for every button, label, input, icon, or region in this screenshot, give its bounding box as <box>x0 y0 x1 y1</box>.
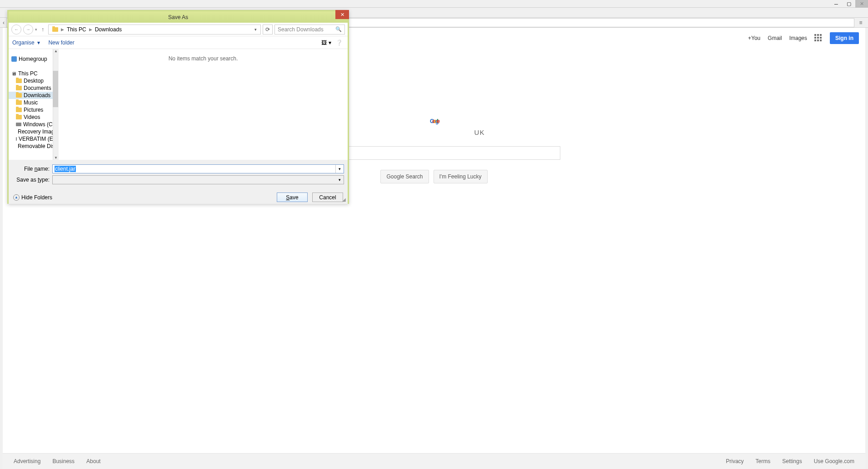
breadcrumb-root-icon[interactable] <box>50 27 60 32</box>
sign-in-button[interactable]: Sign in <box>830 32 859 44</box>
cancel-button[interactable]: Cancel <box>312 193 343 202</box>
folder-tree[interactable]: Homegroup This PC Desktop Documents Down… <box>9 49 59 160</box>
tree-documents[interactable]: Documents <box>9 84 58 92</box>
tree-downloads[interactable]: Downloads <box>9 92 58 99</box>
google-search-button[interactable]: Google Search <box>380 170 429 183</box>
up-button[interactable]: ↑ <box>39 26 46 33</box>
breadcrumb-dropdown-icon[interactable]: ▾ <box>253 27 259 32</box>
save-as-dialog: Save As ✕ ← → ▾ ↑ ▶ This PC ▶ Downloads … <box>7 10 349 204</box>
search-placeholder: Search Downloads <box>278 26 324 33</box>
new-folder-button[interactable]: New folder <box>48 39 74 46</box>
tree-desktop[interactable]: Desktop <box>9 77 58 84</box>
gmail-link[interactable]: Gmail <box>768 35 782 41</box>
filetype-dropdown-icon[interactable]: ▾ <box>335 176 344 184</box>
dialog-title-bar[interactable]: Save As ✕ <box>9 11 348 23</box>
dialog-button-bar: ▲ Hide Folders Save Cancel <box>9 189 348 204</box>
footer-terms[interactable]: Terms <box>756 458 771 464</box>
history-dropdown-icon[interactable]: ▾ <box>35 27 37 32</box>
forward-button[interactable]: → <box>23 25 33 35</box>
save-button[interactable]: Save <box>277 193 308 202</box>
hide-folders-toggle[interactable]: ▲ Hide Folders <box>13 194 52 201</box>
window-controls <box>830 0 868 8</box>
tree-thispc[interactable]: This PC <box>9 70 58 77</box>
filename-value: client.jar <box>55 166 76 172</box>
minimize-button[interactable] <box>830 0 843 8</box>
organise-menu[interactable]: Organise ▾ <box>12 39 40 46</box>
resize-grip-icon[interactable]: ◢ <box>342 197 347 202</box>
empty-message: No items match your search. <box>169 55 238 62</box>
footer-settings[interactable]: Settings <box>782 458 802 464</box>
refresh-button[interactable]: ⟳ <box>263 25 273 35</box>
apps-icon[interactable] <box>814 34 823 42</box>
dialog-close-button[interactable]: ✕ <box>335 10 349 19</box>
browser-menu-icon[interactable]: ≡ <box>856 18 865 27</box>
chevron-right-icon: ▶ <box>60 27 65 32</box>
help-icon[interactable]: ❔ <box>334 38 344 48</box>
tree-music[interactable]: Music <box>9 99 58 106</box>
back-button[interactable]: ← <box>11 25 21 35</box>
tree-homegroup[interactable]: Homegroup <box>9 55 58 63</box>
chevron-right-icon: ▶ <box>88 27 93 32</box>
search-field[interactable]: Search Downloads 🔍 <box>274 25 345 35</box>
maximize-button[interactable] <box>843 0 855 8</box>
file-list-area[interactable]: No items match your search. <box>59 49 348 160</box>
images-link[interactable]: Images <box>789 35 807 41</box>
you-link[interactable]: +You <box>748 35 760 41</box>
tree-windows-c[interactable]: Windows (C:) <box>9 121 58 128</box>
breadcrumb-bar[interactable]: ▶ This PC ▶ Downloads ▾ <box>48 25 261 35</box>
filetype-label: Save as type: <box>12 177 52 183</box>
tree-videos[interactable]: Videos <box>9 114 58 121</box>
breadcrumb-downloads[interactable]: Downloads <box>93 26 124 33</box>
footer-privacy[interactable]: Privacy <box>726 458 743 464</box>
feeling-lucky-button[interactable]: I'm Feeling Lucky <box>434 170 488 183</box>
dialog-title: Save As <box>168 14 188 20</box>
footer-advertising[interactable]: Advertising <box>14 458 40 464</box>
tree-pictures[interactable]: Pictures <box>9 106 58 114</box>
tree-verbatim[interactable]: VERBATIM (E:) <box>9 135 58 143</box>
google-locale: UK <box>474 128 485 136</box>
google-search-buttons: Google Search I'm Feeling Lucky <box>380 170 487 183</box>
filename-dropdown-icon[interactable]: ▾ <box>335 165 344 173</box>
filetype-select[interactable]: ▾ <box>52 175 344 184</box>
footer-about[interactable]: About <box>86 458 100 464</box>
google-header: +You Gmail Images Sign in <box>748 28 859 49</box>
os-titlebar <box>0 0 868 8</box>
google-logo: Google <box>430 93 438 130</box>
search-icon: 🔍 <box>335 26 342 32</box>
dialog-nav-bar: ← → ▾ ↑ ▶ This PC ▶ Downloads ▾ ⟳ Search… <box>9 23 348 36</box>
collapse-icon: ▲ <box>13 194 20 201</box>
filename-input[interactable]: client.jar ▾ <box>52 164 344 173</box>
view-mode-icon[interactable]: 🖼 ▾ <box>321 38 331 48</box>
tree-scrollbar-thumb[interactable] <box>53 71 58 107</box>
breadcrumb-thispc[interactable]: This PC <box>65 26 88 33</box>
dialog-fields: File name: client.jar ▾ Save as type: ▾ <box>9 160 348 189</box>
dialog-toolbar: Organise ▾ New folder 🖼 ▾ ❔ <box>9 36 348 49</box>
filename-label: File name: <box>12 166 52 172</box>
dialog-body: Homegroup This PC Desktop Documents Down… <box>9 49 348 160</box>
footer-business[interactable]: Business <box>52 458 75 464</box>
address-chevron: ‹ <box>3 20 5 26</box>
google-footer: Advertising Business About Privacy Terms… <box>3 453 865 469</box>
tree-recovery[interactable]: Recovery Image <box>9 128 58 135</box>
close-window-button[interactable] <box>855 0 868 8</box>
tree-removable[interactable]: Removable Disk <box>9 143 58 150</box>
footer-use-google[interactable]: Use Google.com <box>814 458 854 464</box>
